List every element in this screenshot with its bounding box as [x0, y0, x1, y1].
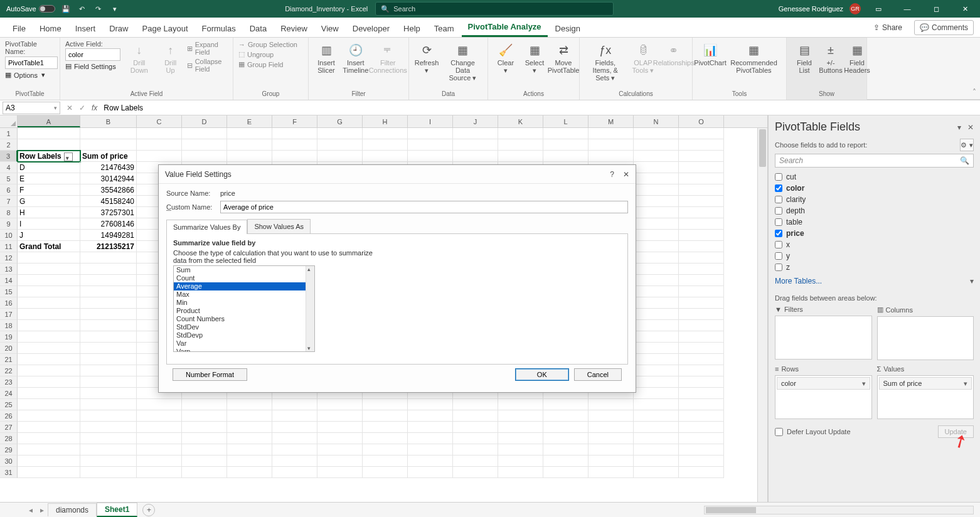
share-button[interactable]: ⇪Share [868, 20, 908, 35]
cell[interactable] [18, 128, 80, 139]
cancel-button[interactable]: Cancel [574, 368, 622, 381]
cell[interactable] [272, 456, 317, 467]
row-header[interactable]: 1 [0, 128, 18, 139]
calc-option[interactable]: Count [174, 274, 314, 282]
cell[interactable] [453, 456, 498, 467]
row-header[interactable]: 8 [0, 207, 18, 218]
pane-close-icon[interactable]: ✕ [967, 123, 974, 132]
field-settings-button[interactable]: ▤Field Settings [65, 61, 120, 71]
cell[interactable] [634, 162, 679, 173]
user-name[interactable]: Genessee Rodriguez [779, 5, 843, 13]
cell[interactable] [679, 388, 724, 399]
cell[interactable]: 35542866 [80, 184, 137, 196]
select-all-corner[interactable] [0, 115, 18, 127]
tab-insert[interactable]: Insert [69, 20, 102, 37]
redo-icon[interactable]: ↷ [93, 3, 104, 14]
horizontal-scrollbar[interactable] [704, 506, 974, 514]
cell[interactable] [543, 422, 589, 433]
row-header[interactable]: 4 [0, 162, 18, 173]
cell[interactable] [634, 151, 679, 162]
cell[interactable] [408, 151, 453, 162]
field-price[interactable]: price [775, 228, 974, 239]
cell[interactable] [589, 139, 634, 151]
col-header[interactable]: J [453, 115, 498, 127]
cell[interactable] [137, 128, 182, 139]
row-header[interactable]: 12 [0, 252, 18, 264]
col-header[interactable]: I [408, 115, 453, 127]
calc-option[interactable]: Sum [174, 266, 314, 274]
collapse-field-button[interactable]: ⊟Collapse Field [187, 57, 228, 73]
cell[interactable] [453, 151, 498, 162]
cell[interactable] [137, 467, 182, 478]
cell[interactable] [18, 320, 80, 331]
search-box[interactable]: 🔍 Search [375, 2, 614, 16]
defer-layout-checkbox[interactable] [775, 428, 783, 436]
cell[interactable]: E [18, 173, 80, 184]
qat-dropdown-icon[interactable]: ▾ [109, 3, 120, 14]
cell[interactable] [227, 151, 272, 162]
calc-option[interactable]: Product [174, 307, 314, 315]
cell[interactable] [679, 444, 724, 456]
cell[interactable] [363, 456, 408, 467]
sheet-nav-next-icon[interactable]: ▸ [36, 506, 48, 514]
col-header[interactable]: N [634, 115, 679, 127]
sheet-tab-sheet1[interactable]: Sheet1 [97, 503, 137, 517]
cell[interactable]: 212135217 [80, 241, 137, 252]
cell[interactable] [634, 467, 679, 478]
field-checkbox[interactable] [775, 218, 782, 226]
cell[interactable] [137, 433, 182, 444]
cell[interactable] [498, 433, 543, 444]
cell[interactable] [634, 433, 679, 444]
cell[interactable] [543, 456, 589, 467]
field-clarity[interactable]: clarity [775, 194, 974, 205]
cell[interactable] [634, 410, 679, 422]
cell[interactable] [182, 422, 227, 433]
cell[interactable] [272, 467, 317, 478]
tab-pivottable-analyze[interactable]: PivotTable Analyze [462, 18, 548, 37]
dialog-help-icon[interactable]: ? [610, 170, 614, 179]
cell[interactable] [679, 139, 724, 151]
tab-view[interactable]: View [315, 20, 345, 37]
tab-page-layout[interactable]: Page Layout [136, 20, 194, 37]
calc-option[interactable]: Count Numbers [174, 315, 314, 323]
af-name-input[interactable] [65, 48, 120, 61]
col-header[interactable]: B [80, 115, 137, 127]
col-header[interactable]: M [589, 115, 634, 127]
cell[interactable] [227, 422, 272, 433]
formula-input[interactable] [101, 102, 980, 114]
row-header[interactable]: 26 [0, 410, 18, 422]
cell[interactable] [634, 230, 679, 241]
cell[interactable] [80, 467, 137, 478]
cell[interactable] [18, 354, 80, 365]
cell[interactable] [453, 410, 498, 422]
cell[interactable] [498, 128, 543, 139]
dialog-close-icon[interactable]: ✕ [623, 170, 629, 179]
cell[interactable] [408, 422, 453, 433]
cell[interactable] [137, 399, 182, 410]
cell[interactable] [18, 376, 80, 388]
cell[interactable] [679, 230, 724, 241]
cell[interactable] [317, 410, 363, 422]
cell[interactable] [363, 433, 408, 444]
cell[interactable] [679, 173, 724, 184]
fields-search-input[interactable]: Search 🔍 [775, 154, 974, 168]
calc-option[interactable]: StdDevp [174, 331, 314, 339]
cell[interactable] [80, 410, 137, 422]
cell[interactable]: 37257301 [80, 207, 137, 218]
calculation-listbox[interactable]: SumCountAverageMaxMinProductCount Number… [173, 265, 315, 352]
plus-minus-buttons-button[interactable]: ±+/- Buttons [818, 40, 843, 75]
cell[interactable] [679, 128, 724, 139]
close-icon[interactable]: ✕ [954, 0, 976, 18]
cell[interactable] [679, 331, 724, 343]
row-header[interactable]: 31 [0, 467, 18, 478]
row-header[interactable]: 7 [0, 196, 18, 207]
cell[interactable] [227, 444, 272, 456]
cell[interactable] [182, 139, 227, 151]
cell[interactable] [182, 410, 227, 422]
cell[interactable] [18, 309, 80, 320]
cell[interactable] [227, 456, 272, 467]
cell[interactable] [80, 376, 137, 388]
cell[interactable] [363, 399, 408, 410]
save-icon[interactable]: 💾 [60, 3, 72, 14]
rows-area[interactable]: ≡Rows color▾ [775, 365, 872, 419]
